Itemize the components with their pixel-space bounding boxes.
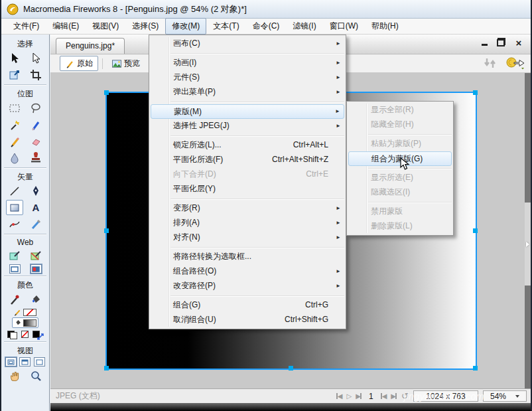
- fill-color-well[interactable]: [12, 317, 38, 328]
- menu-item-combine-paths[interactable]: 组合路径(O): [149, 264, 346, 279]
- first-frame-button[interactable]: [336, 392, 342, 400]
- zoom-level-dropdown[interactable]: 54%: [483, 390, 527, 402]
- stroke-color-well[interactable]: [14, 308, 36, 316]
- menubar-item-commands[interactable]: 命令(C): [246, 18, 287, 35]
- tool-panel: 选择 位图: [1, 35, 50, 411]
- menubar-item-modify[interactable]: 修改(M): [165, 18, 206, 35]
- full-screen-with-menus-button[interactable]: [19, 357, 31, 367]
- menu-item-mask[interactable]: 蒙版(M): [151, 104, 344, 119]
- last-frame-button[interactable]: [356, 392, 362, 400]
- window-bottom-edge: [50, 403, 531, 411]
- menu-item-symbol[interactable]: 元件(S): [149, 70, 346, 85]
- menu-item-arrange[interactable]: 排列(A): [149, 216, 346, 230]
- quick-export-button[interactable]: [505, 56, 525, 70]
- brush-tool[interactable]: [27, 117, 44, 132]
- freeform-tool[interactable]: [6, 216, 23, 232]
- submenu-item-disable-mask: 禁用蒙版: [347, 205, 453, 219]
- stroke-color-swatch[interactable]: [23, 309, 36, 316]
- menu-item-flatten-selection[interactable]: 平面化所选(F)Ctrl+Alt+Shift+Z: [149, 153, 346, 167]
- eraser-tool[interactable]: [27, 133, 44, 149]
- menu-item-group[interactable]: 组合(G)Ctrl+G: [149, 298, 346, 313]
- hide-hotspots-button[interactable]: [9, 264, 21, 274]
- submenu-item-hide-all: 隐藏全部(H): [347, 118, 453, 132]
- section-label-colors: 颜色: [17, 280, 33, 291]
- menu-item-align[interactable]: 对齐(N): [149, 230, 346, 245]
- selection-handle[interactable]: [473, 90, 478, 95]
- panel-collapse-arrow[interactable]: [525, 203, 531, 286]
- menu-item-selective-jpeg[interactable]: 选择性 JPEG(J): [149, 119, 346, 133]
- selection-handle[interactable]: [473, 366, 478, 370]
- submenu-item-paste-as-mask: 粘贴为蒙版(P): [347, 137, 453, 151]
- menubar-item-text[interactable]: 文本(T): [206, 18, 245, 35]
- loop-icon[interactable]: [401, 391, 409, 401]
- menu-item-ungroup[interactable]: 取消组合(U)Ctrl+Shift+G: [149, 313, 346, 327]
- menubar-item-file[interactable]: 文件(F): [7, 18, 46, 35]
- document-tab[interactable]: Penguins.jpg*: [56, 38, 125, 54]
- section-label-vector: 矢量: [17, 171, 33, 183]
- zoom-tool[interactable]: [27, 368, 44, 383]
- title-bar: Macromedia Fireworks 8 - [Penguins.jpg @…: [1, 0, 531, 19]
- window-title: Macromedia Fireworks 8 - [Penguins.jpg @…: [23, 3, 247, 15]
- scale-tool[interactable]: [6, 67, 23, 82]
- crop-tool[interactable]: [27, 67, 44, 82]
- rectangle-tool[interactable]: [6, 200, 23, 215]
- pencil-tool[interactable]: [6, 133, 23, 149]
- menu-item-flatten-layers[interactable]: 平面化层(Y): [149, 182, 346, 197]
- menu-item-lock-selection[interactable]: 锁定所选(L)...Ctrl+Alt+L: [149, 138, 346, 153]
- pen-tool[interactable]: [27, 183, 44, 199]
- rectangle-hotspot-tool[interactable]: [6, 248, 23, 263]
- swap-colors-button[interactable]: [33, 331, 43, 339]
- knife-tool[interactable]: [27, 216, 44, 232]
- marquee-tool[interactable]: [6, 100, 23, 116]
- menu-item-transform[interactable]: 变形(R): [149, 201, 346, 216]
- subselection-tool[interactable]: [27, 50, 44, 66]
- canvas-dimensions: 1024 x 763: [413, 390, 478, 402]
- frame-number: 1: [369, 392, 373, 401]
- magic-wand-tool[interactable]: [6, 117, 23, 132]
- play-button[interactable]: [347, 392, 352, 400]
- menu-item-popup-menu[interactable]: 弹出菜单(P): [149, 85, 346, 100]
- previous-frame-button[interactable]: [381, 392, 387, 400]
- close-button[interactable]: [513, 38, 524, 47]
- menubar-item-view[interactable]: 视图(V): [86, 18, 125, 35]
- menubar-item-filters[interactable]: 滤镜(I): [286, 18, 322, 35]
- file-format-label: JPEG (文档): [56, 390, 100, 402]
- default-colors-button[interactable]: [7, 331, 17, 339]
- menu-item-canvas[interactable]: 画布(C): [149, 37, 346, 51]
- selection-handle[interactable]: [289, 366, 293, 370]
- modify-menu: 画布(C) 动画(I) 元件(S) 弹出菜单(P) 蒙版(M) 选择性 JPEG…: [149, 35, 346, 329]
- minimize-button[interactable]: [479, 38, 490, 47]
- hand-tool[interactable]: [6, 368, 23, 383]
- slice-tool[interactable]: [27, 248, 44, 263]
- submenu-item-hide-selection: 隐藏选区(I): [347, 185, 453, 200]
- menu-item-convert-path-to-marquee[interactable]: 将路径转换为选取框...: [149, 250, 346, 264]
- menubar-item-select[interactable]: 选择(S): [125, 18, 165, 35]
- selection-handle[interactable]: [104, 366, 109, 370]
- text-tool[interactable]: A: [27, 200, 44, 215]
- restore-button[interactable]: [496, 38, 507, 47]
- standard-screen-mode-button[interactable]: [5, 357, 17, 367]
- menu-item-alter-path[interactable]: 改变路径(P): [149, 279, 346, 293]
- original-view-button[interactable]: 原始: [60, 56, 98, 71]
- selection-handle[interactable]: [104, 228, 109, 233]
- fill-color-swatch[interactable]: [23, 319, 36, 327]
- eyedropper-tool[interactable]: [6, 291, 23, 307]
- pointer-tool[interactable]: [6, 50, 23, 66]
- selection-handle[interactable]: [104, 90, 109, 95]
- menubar-item-help[interactable]: 帮助(H): [365, 18, 405, 35]
- next-frame-button[interactable]: [391, 392, 397, 400]
- status-bar: JPEG (文档) 1 1024 x 763 54% jingyan.baidu…: [50, 388, 531, 403]
- menubar-item-window[interactable]: 窗口(W): [323, 18, 365, 35]
- paint-bucket-tool[interactable]: [27, 291, 44, 307]
- no-color-button[interactable]: [21, 331, 29, 338]
- menu-item-animation[interactable]: 动画(I): [149, 56, 346, 70]
- menubar-item-edit[interactable]: 编辑(E): [46, 18, 86, 35]
- rubber-stamp-tool[interactable]: [27, 150, 44, 165]
- lasso-tool[interactable]: [27, 100, 44, 116]
- full-screen-button[interactable]: [34, 357, 45, 367]
- show-hotspots-button[interactable]: [31, 264, 42, 274]
- blur-tool[interactable]: [6, 150, 23, 165]
- line-tool[interactable]: [6, 183, 23, 199]
- selection-handle[interactable]: [473, 228, 478, 233]
- preview-button[interactable]: 预览: [107, 56, 145, 71]
